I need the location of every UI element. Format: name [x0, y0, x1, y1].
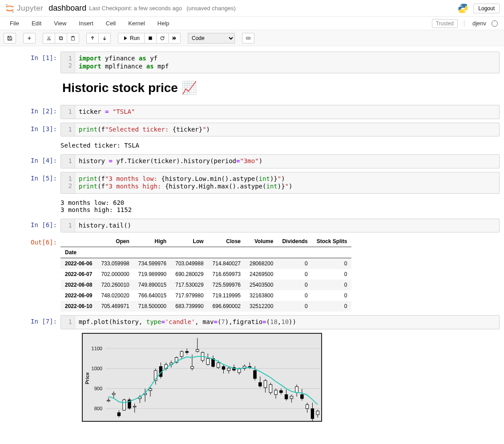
menu-kernel[interactable]: Kernel [122, 18, 151, 29]
cell-2[interactable]: In [2]: 1 ticker = "TSLA" [0, 104, 504, 120]
cell-3-output: Selected ticker: TSLA [0, 139, 504, 152]
code-input[interactable]: 12 import yfinance as yf import mplfinan… [60, 52, 500, 73]
svg-rect-72 [238, 369, 241, 372]
code-input[interactable]: 1 print(f"Selected ticker: {ticker}") [60, 123, 500, 137]
in-prompt: In [1]: [4, 52, 60, 73]
heading-historic-stock: Historic stock price 📈 [62, 80, 500, 95]
svg-rect-68 [227, 368, 230, 370]
code-input[interactable]: 1 ticker = "TSLA" [60, 105, 500, 119]
kernel-idle-icon [492, 20, 498, 27]
in-prompt: In [5]: [4, 172, 60, 194]
in-prompt: In [3]: [4, 123, 60, 137]
code-input[interactable]: 12 print(f"3 months low: {history.Low.mi… [60, 172, 500, 194]
copy-button[interactable] [55, 33, 67, 44]
menu-cell[interactable]: Cell [100, 18, 122, 29]
in-prompt: In [7]: [4, 315, 60, 329]
code[interactable]: import yfinance as yf import mplfinance … [75, 52, 499, 73]
dataframe-output: OpenHighLowCloseVolumeDividendsStock Spl… [60, 236, 500, 312]
cell-3[interactable]: In [3]: 1 print(f"Selected ticker: {tick… [0, 122, 504, 138]
svg-rect-100 [311, 408, 314, 419]
in-prompt: In [4]: [4, 154, 60, 168]
gutter: 1 [61, 219, 75, 232]
header: Jupyter dashboard Last Checkpoint: a few… [0, 0, 504, 17]
notebook-title[interactable]: dashboard [48, 4, 86, 13]
toolbar: Run Code [0, 30, 504, 46]
trusted-indicator[interactable]: Trusted [432, 19, 458, 28]
svg-text:1100: 1100 [92, 346, 102, 351]
svg-point-1 [12, 11, 13, 12]
code-input[interactable]: 1 history = yf.Ticker(ticker).history(pe… [60, 154, 500, 168]
add-cell-button[interactable] [23, 33, 36, 44]
code-input[interactable]: 1 history.tail() [60, 219, 500, 233]
logout-button[interactable]: Logout [473, 4, 500, 13]
cell-5-output: 3 months low: 620 3 months high: 1152 [0, 196, 504, 216]
paste-button[interactable] [67, 33, 79, 44]
run-button[interactable]: Run [118, 33, 145, 44]
code[interactable]: print(f"Selected ticker: {ticker}") [75, 123, 499, 136]
svg-rect-94 [295, 386, 298, 392]
svg-rect-98 [306, 404, 308, 408]
gutter: 1 [61, 123, 75, 136]
in-prompt: In [2]: [4, 105, 60, 119]
markdown-content[interactable]: Historic stock price 📈 [60, 77, 500, 101]
stdout: Selected ticker: TSLA [60, 140, 500, 151]
move-down-button[interactable] [99, 33, 111, 44]
svg-rect-82 [264, 380, 266, 388]
cell-markdown[interactable]: Historic stock price 📈 [0, 76, 504, 102]
cell-4[interactable]: In [4]: 1 history = yf.Ticker(ticker).hi… [0, 153, 504, 169]
menu-edit[interactable]: Edit [25, 18, 48, 29]
restart-button[interactable] [157, 33, 169, 44]
svg-rect-52 [185, 351, 188, 352]
candlestick-chart: 80090010001100Price [82, 333, 322, 422]
dataframe-table: OpenHighLowCloseVolumeDividendsStock Spl… [60, 236, 351, 312]
svg-rect-60 [206, 358, 209, 364]
cut-button[interactable] [43, 33, 55, 44]
svg-text:Price: Price [85, 372, 90, 384]
svg-rect-6 [59, 36, 62, 39]
svg-rect-28 [123, 400, 125, 410]
jupyter-logo[interactable]: Jupyter [4, 3, 43, 14]
code[interactable]: history = yf.Ticker(ticker).history(peri… [75, 155, 499, 168]
code-input[interactable]: 1 mpf.plot(history, type='candle', mav=(… [60, 315, 500, 329]
svg-rect-56 [196, 349, 198, 352]
gutter: 1 [61, 316, 75, 329]
cell-7-output: 80090010001100Price [0, 332, 504, 424]
celltype-select[interactable]: Code [188, 33, 235, 44]
menu-help[interactable]: Help [151, 18, 176, 29]
notebook: In [1]: 12 import yfinance as yf import … [0, 46, 504, 444]
kernel-name[interactable]: djenv [464, 20, 486, 27]
restart-run-all-button[interactable] [169, 33, 181, 44]
stdout: 3 months low: 620 3 months high: 1152 [60, 197, 500, 215]
svg-rect-22 [107, 400, 110, 401]
svg-rect-32 [133, 406, 136, 407]
svg-rect-38 [149, 388, 152, 391]
cell-6[interactable]: In [6]: 1 history.tail() [0, 218, 504, 234]
cell-7[interactable]: In [7]: 1 mpf.plot(history, type='candle… [0, 314, 504, 330]
svg-rect-66 [222, 366, 225, 369]
code[interactable]: mpf.plot(history, type='candle', mav=(7)… [75, 316, 499, 329]
gutter: 1 [61, 105, 75, 119]
svg-rect-26 [117, 412, 120, 416]
in-prompt-empty [4, 77, 60, 101]
svg-rect-24 [112, 393, 115, 395]
svg-rect-80 [259, 382, 262, 386]
interrupt-button[interactable] [145, 33, 157, 44]
cell-5[interactable]: In [5]: 12 print(f"3 months low: {histor… [0, 171, 504, 195]
cell-1[interactable]: In [1]: 12 import yfinance as yf import … [0, 51, 504, 74]
svg-point-5 [49, 39, 51, 40]
cell-6-output: Out[6]: OpenHighLowCloseVolumeDividendsS… [0, 235, 504, 312]
svg-rect-88 [280, 390, 282, 392]
menu-view[interactable]: View [48, 18, 73, 29]
menu-insert[interactable]: Insert [73, 18, 100, 29]
code[interactable]: history.tail() [75, 219, 499, 232]
move-up-button[interactable] [86, 33, 99, 44]
svg-point-2 [461, 4, 462, 5]
svg-rect-64 [217, 363, 220, 367]
menubar: File Edit View Insert Cell Kernel Help T… [0, 17, 504, 30]
command-palette-button[interactable] [242, 33, 254, 44]
code[interactable]: print(f"3 months low: {history.Low.min()… [75, 172, 499, 193]
save-button[interactable] [4, 33, 16, 44]
svg-point-0 [6, 4, 7, 5]
code[interactable]: ticker = "TSLA" [75, 105, 499, 119]
menu-file[interactable]: File [4, 18, 25, 29]
